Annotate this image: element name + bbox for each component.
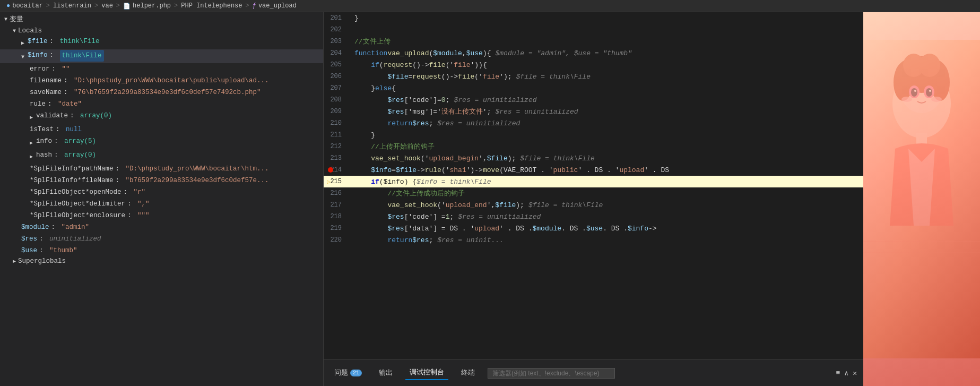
tab-terminal-label: 终端 bbox=[461, 368, 475, 378]
svg-point-15 bbox=[931, 97, 942, 102]
decorative-image-panel bbox=[863, 12, 980, 386]
variables-label: 变量 bbox=[10, 14, 23, 24]
superglobals-chevron-icon: ▶ bbox=[13, 258, 16, 264]
expand-icon-hash: ▶ bbox=[30, 152, 33, 162]
svg-point-4 bbox=[894, 64, 913, 101]
breadcrumb-sep-4: > bbox=[174, 2, 178, 10]
tab-output[interactable]: 输出 bbox=[375, 366, 397, 380]
breadcrumb-sep-5: > bbox=[245, 2, 249, 10]
var-filename-item: filename : "D:\phpstudy_pro\WWW\bocaitar… bbox=[0, 75, 323, 87]
breakpoint-214[interactable] bbox=[328, 167, 333, 173]
variables-header[interactable]: ▼ 变量 bbox=[0, 12, 323, 26]
svg-rect-16 bbox=[916, 133, 927, 149]
line-num-212: 212 bbox=[324, 143, 350, 150]
tab-problems-label: 问题 bbox=[334, 368, 348, 378]
bottom-panel: 问题 21 输出 调试控制台 终端 ≡ ∧ ✕ bbox=[324, 359, 863, 386]
code-area: 201 } 202 203 //文件上传 bbox=[324, 12, 863, 359]
line-num-210: 210 bbox=[324, 119, 350, 127]
tab-output-label: 输出 bbox=[379, 368, 393, 378]
line-content-205: if ( request ()-> file (' file ')){ bbox=[350, 61, 863, 69]
breadcrumb-intelephense[interactable]: PHP Intelephense bbox=[181, 2, 242, 10]
variables-panel: ▼ 变量 ▼ Locals ▶ $file : think\File ▼ $in… bbox=[0, 12, 324, 386]
svg-rect-0 bbox=[863, 40, 980, 358]
code-scroll[interactable]: 201 } 202 203 //文件上传 bbox=[324, 12, 863, 359]
breadcrumb-sep-3: > bbox=[116, 2, 120, 10]
var-rule-item: rule : "date" bbox=[0, 98, 323, 110]
breadcrumb-func-icon: ƒ bbox=[253, 2, 256, 10]
expand-icon-info-child: ▶ bbox=[30, 138, 33, 149]
line-num-215: ▷ 215 bbox=[324, 178, 350, 185]
svg-point-1 bbox=[892, 69, 951, 138]
code-line-210: 210 return $res ; $res = uninitialized bbox=[324, 117, 863, 129]
breadcrumb-bocaitar[interactable]: bocaitar bbox=[12, 2, 43, 10]
svg-point-11 bbox=[926, 88, 932, 97]
expand-icon-validate: ▶ bbox=[30, 113, 33, 123]
var-enclosure-item: *SplFileObject*enclosure : """ bbox=[0, 210, 323, 221]
code-line-206: 206 $file = request ()-> file (' file ')… bbox=[324, 71, 863, 82]
svg-point-12 bbox=[914, 90, 916, 92]
line-num-214: 214 bbox=[324, 166, 350, 174]
breadcrumb-file-icon: 📄 bbox=[123, 3, 131, 10]
line-num-202: 202 bbox=[324, 26, 350, 33]
up-icon[interactable]: ∧ bbox=[844, 369, 848, 378]
code-line-209: 209 $res ['msg']=' 没有上传文件 '; $res = unin… bbox=[324, 106, 863, 117]
line-content-208: $res ['code']= 0 ; $res = uninitialized bbox=[350, 96, 863, 104]
filter-input[interactable] bbox=[488, 368, 615, 379]
var-file-item[interactable]: ▶ $file : think\File bbox=[0, 36, 323, 49]
line-num-211: 211 bbox=[324, 131, 350, 139]
var-splpathname-item: *SplFileInfo*pathName : "D:\phpstudy_pro… bbox=[0, 163, 323, 175]
code-line-220: 220 return $res ; $res = uninit... bbox=[324, 234, 863, 246]
deco-svg bbox=[863, 12, 980, 386]
line-content-215: if ( $info ) { $info = think\File bbox=[350, 178, 863, 186]
line-num-203: 203 bbox=[324, 38, 350, 45]
breadcrumb-listenrain[interactable]: listenrain bbox=[53, 2, 91, 10]
line-content-204: function vae_upload ( $module , $use ){ … bbox=[350, 49, 863, 57]
line-num-208: 208 bbox=[324, 96, 350, 104]
superglobals-header[interactable]: ▶ Superglobals bbox=[0, 256, 323, 266]
line-num-209: 209 bbox=[324, 108, 350, 115]
line-num-217: 217 bbox=[324, 201, 350, 209]
debug-arrow-215: ▷ bbox=[327, 178, 331, 186]
code-line-218: 218 $res ['code'] = 1 ; $res = uninitial… bbox=[324, 211, 863, 222]
bottom-icons: ≡ ∧ ✕ bbox=[836, 369, 857, 378]
svg-point-8 bbox=[909, 85, 920, 98]
variables-tree: ▼ Locals ▶ $file : think\File ▼ $info : … bbox=[0, 26, 323, 386]
code-line-203: 203 //文件上传 bbox=[324, 36, 863, 47]
tab-problems[interactable]: 问题 21 bbox=[330, 366, 366, 380]
list-icon[interactable]: ≡ bbox=[836, 369, 840, 377]
code-line-208: 208 $res ['code']= 0 ; $res = uninitiali… bbox=[324, 94, 863, 106]
line-num-201: 201 bbox=[324, 14, 350, 22]
var-validate-item[interactable]: ▶ validate : array(0) bbox=[0, 110, 323, 124]
code-line-211: 211 } bbox=[324, 129, 863, 141]
line-num-207: 207 bbox=[324, 84, 350, 92]
code-line-213: 213 vae_set_hook (' upload_begin ', $fil… bbox=[324, 152, 863, 164]
line-num-219: 219 bbox=[324, 225, 350, 232]
variables-chevron-icon: ▼ bbox=[4, 16, 7, 22]
line-content-207: } else { bbox=[350, 84, 863, 92]
var-info-child-item[interactable]: ▶ info : array(5) bbox=[0, 135, 323, 149]
tab-terminal[interactable]: 终端 bbox=[457, 366, 479, 380]
code-line-214: 214 $info = $file -> rule (' sha1 ')-> bbox=[324, 164, 863, 176]
svg-point-9 bbox=[924, 85, 934, 98]
svg-point-2 bbox=[899, 62, 944, 113]
var-info-item[interactable]: ▼ $info : think\File bbox=[0, 49, 323, 63]
var-hash-item[interactable]: ▶ hash : array(0) bbox=[0, 149, 323, 163]
locals-section-header[interactable]: ▼ Locals bbox=[0, 26, 323, 36]
svg-point-7 bbox=[919, 54, 940, 77]
breadcrumb-vae[interactable]: vae bbox=[101, 2, 113, 10]
line-content-219: $res ['data'] = DS . ' upload ' . DS . $… bbox=[350, 225, 863, 233]
tab-debug-console[interactable]: 调试控制台 bbox=[405, 366, 448, 380]
line-num-216: 216 bbox=[324, 190, 350, 197]
svg-point-3 bbox=[895, 56, 948, 93]
expand-icon-file: ▶ bbox=[21, 38, 24, 49]
breadcrumb-vaeupload[interactable]: vae_upload bbox=[258, 2, 297, 10]
svg-point-13 bbox=[929, 90, 931, 92]
var-splfilename-item: *SplFileInfo*fileName : "b7659f2a299a835… bbox=[0, 175, 323, 186]
breadcrumb-sep-2: > bbox=[94, 2, 98, 10]
line-num-204: 204 bbox=[324, 49, 350, 57]
line-content-213: vae_set_hook (' upload_begin ', $file );… bbox=[350, 155, 863, 162]
close-icon[interactable]: ✕ bbox=[853, 369, 857, 378]
svg-point-14 bbox=[901, 97, 912, 102]
breadcrumb-helperphp[interactable]: helper.php bbox=[133, 2, 171, 10]
expand-icon-info: ▼ bbox=[21, 52, 24, 63]
